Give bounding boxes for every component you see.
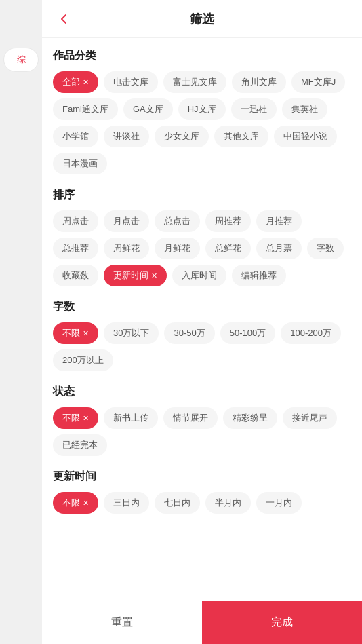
tag-label: 七日内	[164, 497, 190, 509]
tag-item[interactable]: 一月内	[256, 492, 302, 514]
footer: 重置 完成	[42, 601, 362, 644]
wordcount-section: 字数 不限✕30万以下30-50万50-100万100-200万200万以上	[53, 300, 351, 371]
tag-label: 中国轻小说	[283, 130, 327, 143]
sort-tags: 周点击月点击总点击周推荐月推荐总推荐周鲜花月鲜花总鲜花总月票字数收藏数更新时间✕…	[53, 210, 351, 286]
tag-label: 已经完本	[62, 439, 98, 451]
tag-label: HJ文库	[188, 103, 216, 115]
tag-item[interactable]: 30-50万	[164, 322, 214, 344]
tag-item[interactable]: 周点击	[53, 210, 98, 232]
sidebar-tab-comprehensive[interactable]: 综	[3, 48, 39, 72]
tag-label: 其他文库	[224, 130, 259, 143]
tag-item[interactable]: 不限✕	[53, 322, 98, 344]
sidebar-strip: 综	[0, 0, 42, 644]
tag-label: 不限	[62, 327, 80, 339]
confirm-button[interactable]: 完成	[202, 601, 362, 644]
tag-item[interactable]: 月鲜花	[155, 238, 200, 259]
category-title: 作品分类	[53, 49, 351, 63]
tag-item[interactable]: 已经完本	[53, 434, 107, 456]
tag-item[interactable]: 总点击	[155, 210, 200, 232]
tag-item[interactable]: 全部✕	[53, 71, 98, 93]
wordcount-title: 字数	[53, 300, 351, 314]
reset-button[interactable]: 重置	[42, 601, 202, 644]
tag-item[interactable]: 三日内	[104, 492, 149, 514]
tag-label: 三日内	[113, 497, 140, 509]
tag-label: 讲谈社	[113, 130, 140, 143]
tag-item[interactable]: 月推荐	[256, 210, 302, 232]
tag-item[interactable]: 精彩纷呈	[223, 407, 277, 429]
tag-label: 月鲜花	[164, 242, 190, 254]
tag-item[interactable]: 新书上传	[104, 407, 158, 429]
tag-item[interactable]: Fami通文库	[53, 98, 118, 120]
tag-label: 半月内	[215, 497, 241, 509]
tag-label: 周鲜花	[113, 242, 140, 254]
tag-item[interactable]: 编辑推荐	[232, 265, 286, 286]
tag-label: 月点击	[113, 215, 140, 227]
category-tags: 全部✕电击文库富士见文库角川文库MF文库JFami通文库GA文库HJ文库一迅社集…	[53, 71, 351, 174]
tag-label: 30-50万	[174, 327, 205, 339]
tag-item[interactable]: 更新时间✕	[104, 265, 167, 286]
tag-item[interactable]: 集英社	[282, 98, 327, 120]
category-section: 作品分类 全部✕电击文库富士见文库角川文库MF文库JFami通文库GA文库HJ文…	[53, 49, 351, 174]
tag-item[interactable]: 总月票	[256, 238, 302, 259]
tag-item[interactable]: HJ文库	[178, 98, 226, 120]
tag-label: 集英社	[291, 103, 318, 115]
tag-label: 周点击	[62, 215, 89, 227]
tag-label: 一迅社	[241, 103, 267, 115]
tag-item[interactable]: 日本漫画	[53, 153, 107, 174]
tag-label: 日本漫画	[62, 157, 98, 170]
tag-item[interactable]: 总鲜花	[205, 238, 251, 259]
tag-item[interactable]: 100-200万	[281, 322, 341, 344]
tag-label: 50-100万	[230, 327, 266, 339]
tag-item[interactable]: 一迅社	[231, 98, 277, 120]
tag-item[interactable]: GA文库	[123, 98, 173, 120]
tag-label: 收藏数	[62, 269, 89, 282]
tag-item[interactable]: 中国轻小说	[274, 126, 337, 147]
header: 筛选	[42, 0, 362, 38]
tag-item[interactable]: 少女文库	[155, 126, 209, 147]
tag-label: 总鲜花	[215, 242, 241, 254]
tag-item[interactable]: 接近尾声	[283, 407, 337, 429]
sort-title: 排序	[53, 188, 351, 202]
tag-item[interactable]: 总推荐	[53, 238, 98, 259]
tag-label: MF文库J	[301, 76, 336, 88]
tag-label: 情节展开	[173, 412, 208, 424]
tag-item[interactable]: 不限✕	[53, 492, 98, 514]
tag-item[interactable]: 富士见文库	[163, 71, 226, 93]
tag-label: 更新时间	[113, 269, 148, 282]
tag-label: 总推荐	[62, 242, 89, 254]
tag-item[interactable]: 角川文库	[232, 71, 286, 93]
close-icon[interactable]: ✕	[83, 499, 89, 508]
tag-item[interactable]: 电击文库	[104, 71, 158, 93]
tag-item[interactable]: 不限✕	[53, 407, 98, 429]
tag-item[interactable]: 小学馆	[53, 126, 98, 147]
close-icon[interactable]: ✕	[83, 414, 89, 423]
close-icon[interactable]: ✕	[151, 271, 157, 280]
tag-item[interactable]: 七日内	[155, 492, 200, 514]
tag-item[interactable]: 50-100万	[220, 322, 275, 344]
tag-item[interactable]: 其他文库	[214, 126, 268, 147]
close-icon[interactable]: ✕	[83, 329, 89, 338]
tag-item[interactable]: 周鲜花	[104, 238, 149, 259]
tag-item[interactable]: 月点击	[104, 210, 149, 232]
tag-item[interactable]: 周推荐	[205, 210, 251, 232]
close-icon[interactable]: ✕	[83, 78, 89, 87]
tag-label: 电击文库	[113, 76, 148, 88]
tag-label: 不限	[62, 412, 80, 424]
status-tags: 不限✕新书上传情节展开精彩纷呈接近尾声已经完本	[53, 407, 351, 456]
tag-label: 全部	[62, 76, 80, 88]
tag-item[interactable]: 半月内	[205, 492, 251, 514]
tag-label: 精彩纷呈	[233, 412, 268, 424]
main-panel: 筛选 作品分类 全部✕电击文库富士见文库角川文库MF文库JFami通文库GA文库…	[42, 0, 362, 644]
tag-item[interactable]: 字数	[307, 238, 344, 259]
tag-label: Fami通文库	[62, 103, 108, 115]
back-button[interactable]	[53, 8, 75, 30]
tag-item[interactable]: 入库时间	[172, 265, 226, 286]
tag-label: 100-200万	[290, 327, 331, 339]
tag-item[interactable]: 收藏数	[53, 265, 98, 286]
update-time-tags: 不限✕三日内七日内半月内一月内	[53, 492, 351, 514]
tag-item[interactable]: 30万以下	[104, 322, 159, 344]
tag-item[interactable]: 200万以上	[53, 349, 113, 371]
tag-item[interactable]: 情节展开	[163, 407, 218, 429]
tag-item[interactable]: 讲谈社	[104, 126, 149, 147]
tag-item[interactable]: MF文库J	[291, 71, 345, 93]
